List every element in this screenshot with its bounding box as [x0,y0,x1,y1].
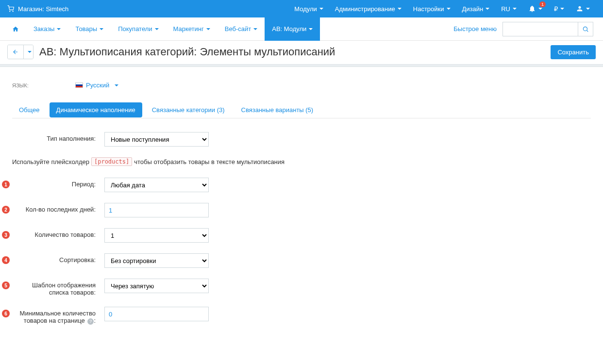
store-prefix: Магазин: [18,5,44,13]
help-icon[interactable]: ? [87,318,94,325]
chevron-down-icon [513,8,517,10]
chevron-down-icon [309,28,313,30]
nav-ab-modules[interactable]: AB: Модули [265,17,320,41]
hint-post: чтобы отобразить товары в тексте мультио… [134,158,285,165]
select-fill-type[interactable]: Новые поступления [104,132,209,147]
badge-1: 1 [2,181,10,188]
nav-website[interactable]: Веб-сайт [218,17,265,41]
form: Тип наполнения: Новые поступления Исполь… [12,132,591,325]
chevron-down-icon [398,8,402,10]
hint-pre: Используйте плейсхолдер [12,158,89,165]
topnav-modules-label: Модули [294,5,317,13]
nav-orders-label: Заказы [34,25,54,33]
notification-badge: 1 [539,1,546,7]
page-title: AB: Мультиописания категорий: Элементы м… [39,46,335,58]
tab-variants[interactable]: Связанные варианты (5) [234,102,320,117]
chevron-down-icon [253,28,257,30]
label-last-days: Кол-во последних дней: [12,203,104,213]
topnav-settings-label: Настройки [413,5,444,13]
svg-point-2 [583,27,587,31]
cart-icon [7,5,14,12]
back-button-group [7,45,34,59]
row-period: 1 Период: Любая дата [12,178,591,192]
badge-4: 4 [2,256,10,264]
nav-home[interactable] [5,17,26,41]
nav-ab-modules-label: AB: Модули [272,25,306,33]
nav-products[interactable]: Товары [68,17,111,41]
row-qty: 3 Количество товаров: 1 [12,228,591,243]
search-icon [582,26,589,33]
topnav-modules[interactable]: Модули [288,0,329,17]
user-icon [576,5,584,13]
topnav-user[interactable] [570,0,596,17]
label-sort: Сортировка: [12,253,104,264]
input-min-qty[interactable] [104,307,209,321]
topnav-currency[interactable]: ₽ [548,0,570,17]
mainnav: Заказы Товары Покупатели Маркетинг Веб-с… [0,17,603,41]
select-qty[interactable]: 1 [104,228,209,243]
nav-marketing[interactable]: Маркетинг [166,17,218,41]
svg-point-0 [10,11,10,12]
topbar: Магазин: Simtech Модули Администрировани… [0,0,603,17]
row-min-qty: 6 Минимальное количество товаров на стра… [12,307,591,325]
chevron-down-icon [100,28,103,30]
save-button[interactable]: Сохранить [551,45,596,59]
nav-products-label: Товары [75,25,97,33]
quick-menu-link[interactable]: Быстрое меню [453,25,497,33]
tab-categories[interactable]: Связанные категории (3) [145,102,232,117]
input-last-days[interactable] [104,203,209,217]
chevron-down-icon [57,28,61,30]
nav-customers[interactable]: Покупатели [111,17,166,41]
hint-code: [products] [91,157,132,166]
label-min-qty: Минимальное количество товаров на страни… [12,307,104,325]
select-sort[interactable]: Без сортировки [104,253,209,268]
nav-website-label: Веб-сайт [225,25,251,33]
back-button[interactable] [8,45,23,59]
title-bar: AB: Мультиописания категорий: Элементы м… [0,41,603,64]
select-template[interactable]: Через запятую [104,279,209,293]
search-button[interactable] [578,22,593,36]
topnav-settings[interactable]: Настройки [407,0,456,17]
chevron-down-icon [586,8,590,10]
tab-dynamic[interactable]: Динамическое наполнение [50,102,142,117]
placeholder-hint: Используйте плейсхолдер [products] чтобы… [12,157,591,166]
label-fill-type: Тип наполнения: [12,132,104,142]
arrow-left-icon [12,49,19,55]
label-min-qty-line1: Минимальное количество [20,310,96,317]
row-last-days: 2 Кол-во последних дней: [12,203,591,217]
badge-6: 6 [2,310,10,317]
language-selector[interactable]: Русский [75,82,118,89]
topnav-language-label: RU [501,5,510,13]
chevron-down-icon [486,8,489,10]
nav-customers-label: Покупатели [118,25,152,33]
chevron-down-icon [560,8,564,10]
topnav-design-label: Дизайн [462,5,484,13]
topnav-admin-label: Администрирование [335,5,395,13]
chevron-down-icon [28,51,32,53]
badge-3: 3 [2,231,10,239]
language-label: ЯЗЫК: [12,83,75,88]
content-area: ЯЗЫК: Русский Общее Динамическое наполне… [0,67,603,350]
home-icon [12,26,19,33]
label-period: Период: [12,178,104,188]
svg-line-3 [587,30,588,32]
row-fill-type: Тип наполнения: Новые поступления [12,132,591,147]
search-input[interactable] [502,22,578,36]
flag-ru-icon [75,83,83,88]
chevron-down-icon [206,28,210,30]
select-period[interactable]: Любая дата [104,178,209,192]
label-qty: Количество товаров: [12,228,104,238]
chevron-down-icon [155,28,159,30]
chevron-down-icon [447,8,451,10]
notifications-button[interactable]: 1 [522,0,548,17]
badge-5: 5 [2,281,10,289]
topnav-design[interactable]: Дизайн [456,0,496,17]
store-switcher[interactable]: Магазин: Simtech [7,5,68,13]
row-sort: 4 Сортировка: Без сортировки [12,253,591,268]
back-dropdown[interactable] [23,45,33,59]
topnav-language[interactable]: RU [495,0,522,17]
bell-icon [528,5,536,13]
tab-general[interactable]: Общее [12,102,47,117]
topnav-admin[interactable]: Администрирование [329,0,407,17]
nav-orders[interactable]: Заказы [26,17,68,41]
